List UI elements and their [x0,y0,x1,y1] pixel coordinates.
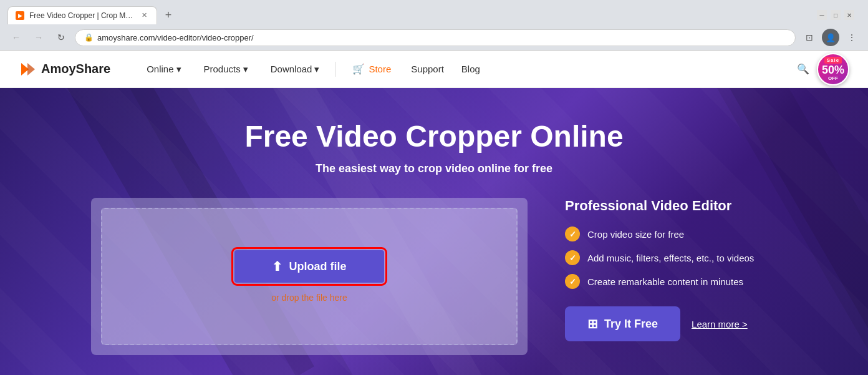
nav-online[interactable]: Online ▾ [135,51,192,88]
maximize-button[interactable]: □ [831,10,841,20]
feature-item-2: ✓ Add music, filters, effects, etc., to … [565,250,777,265]
extensions-button[interactable]: ⊡ [801,29,818,46]
checkmark-icon: ✓ [569,277,576,286]
browser-actions: ⊡ 👤 ⋮ [801,29,861,46]
back-button[interactable]: ← [7,29,25,46]
feature-item-1: ✓ Crop video size for free [565,226,777,241]
drop-text: or drop the file here [271,293,347,303]
profile-icon: 👤 [826,33,836,42]
feature-text-2: Add music, filters, effects, etc., to vi… [587,253,754,263]
feature-check-3: ✓ [565,274,580,289]
feature-text-3: Create remarkable content in minutes [587,276,743,287]
upload-dropzone[interactable]: ⬆ Upload file or drop the file here [101,208,518,345]
new-tab-button[interactable]: + [160,7,177,24]
nav-support[interactable]: Support [402,64,453,74]
minimize-button[interactable]: ─ [817,10,827,20]
learn-more-link[interactable]: Learn more > [692,319,748,329]
cta-row: ⊞ Try It Free Learn more > [565,306,777,341]
nav-blog[interactable]: Blog [453,64,489,74]
feature-item-3: ✓ Create remarkable content in minutes [565,274,777,289]
nav-store[interactable]: 🛒 Store [341,63,402,75]
lock-icon: 🔒 [84,33,94,42]
checkmark-icon: ✓ [569,253,576,263]
url-bar[interactable]: 🔒 amoyshare.com/video-editor/video-cropp… [75,29,796,46]
checkmark-icon: ✓ [569,230,576,239]
window-controls: ─ □ ✕ [817,10,854,20]
hero-content: ⬆ Upload file or drop the file here Prof… [91,198,777,355]
forward-button[interactable]: → [30,29,47,46]
navbar: AmoyShare Online ▾ Products ▾ Download ▾… [0,51,868,88]
refresh-button[interactable]: ↻ [52,29,70,46]
right-panel: Professional Video Editor ✓ Crop video s… [565,198,777,341]
search-button[interactable]: 🔍 [797,63,809,75]
hero-section: Free Video Cropper Online The easiest wa… [0,88,868,375]
hero-subtitle: The easiest way to crop video online for… [316,162,552,175]
title-bar: ▶ Free Video Cropper | Crop MP4 O ✕ + ─ … [0,0,868,25]
tab-favicon: ▶ [16,11,24,20]
close-button[interactable]: ✕ [844,10,854,20]
nav-divider [335,62,336,77]
logo[interactable]: AmoyShare [19,61,110,78]
tab-close-btn[interactable]: ✕ [139,11,149,21]
chevron-down-icon: ▾ [243,64,248,75]
svg-marker-1 [27,63,35,75]
feature-check-2: ✓ [565,250,580,265]
chevron-down-icon: ▾ [314,64,319,75]
browser-tab[interactable]: ▶ Free Video Cropper | Crop MP4 O ✕ [7,6,157,24]
tab-title: Free Video Cropper | Crop MP4 O [29,11,134,20]
more-options-button[interactable]: ⋮ [843,29,861,46]
website: AmoyShare Online ▾ Products ▾ Download ▾… [0,51,868,375]
sale-badge[interactable]: Sale 50% OFF [817,53,849,85]
cart-icon: 🛒 [352,63,365,75]
nav-right: 🔍 Sale 50% OFF [797,53,849,85]
try-free-button[interactable]: ⊞ Try It Free [565,306,680,341]
upload-button[interactable]: ⬆ Upload file [234,250,383,283]
browser-chrome: ▶ Free Video Cropper | Crop MP4 O ✕ + ─ … [0,0,868,51]
nav-download[interactable]: Download ▾ [259,51,331,88]
upload-area-wrapper: ⬆ Upload file or drop the file here [91,198,528,355]
feature-list: ✓ Crop video size for free ✓ Add music, … [565,226,777,289]
windows-icon: ⊞ [587,316,598,331]
discount-label: 50% [822,64,844,75]
hero-title: Free Video Cropper Online [244,119,623,153]
chevron-down-icon: ▾ [176,64,181,75]
profile-button[interactable]: 👤 [822,29,839,46]
upload-icon: ⬆ [272,259,282,274]
feature-text-1: Crop video size for free [587,229,684,240]
sale-label: Sale [824,57,842,64]
nav-links: Online ▾ Products ▾ Download ▾ 🛒 Store S… [135,51,797,88]
logo-text: AmoyShare [41,62,110,76]
url-text: amoyshare.com/video-editor/video-cropper… [97,33,254,42]
nav-products[interactable]: Products ▾ [193,51,259,88]
address-bar: ← → ↻ 🔒 amoyshare.com/video-editor/video… [0,25,868,50]
logo-icon [19,61,36,78]
off-label: OFF [828,75,838,81]
right-panel-title: Professional Video Editor [565,198,777,214]
feature-check-1: ✓ [565,226,580,241]
